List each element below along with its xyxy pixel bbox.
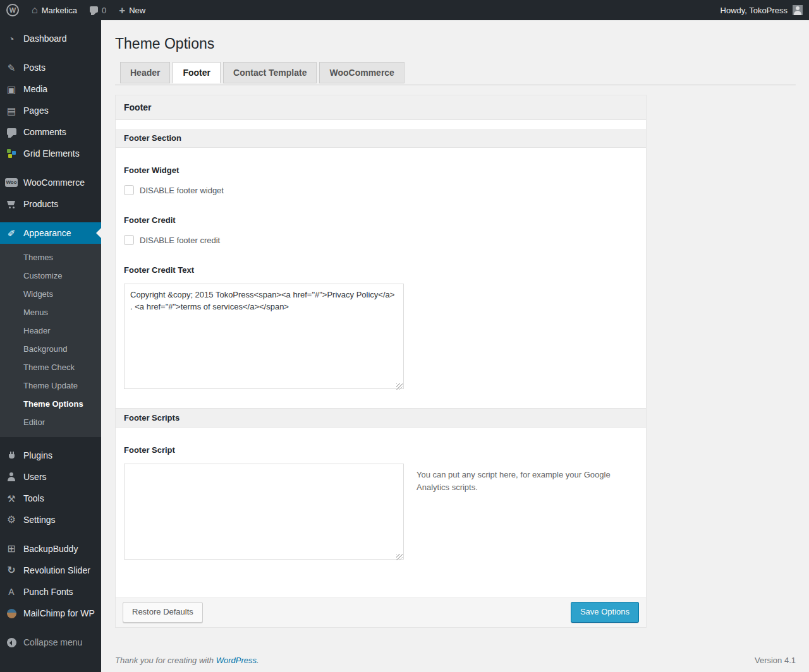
comments-bubble-icon — [7, 128, 16, 135]
comment-bubble-icon — [90, 6, 98, 13]
panel-footer-bar: Restore Defaults Save Options — [116, 597, 646, 627]
new-content-menu[interactable]: New — [113, 0, 152, 20]
tab-bar: HeaderFooterContact TemplateWooCommerce — [115, 62, 796, 85]
sidebar-item-label: WooCommerce — [23, 177, 85, 188]
menu-separator — [0, 49, 101, 57]
submenu-item-header[interactable]: Header — [0, 321, 101, 340]
panel-spacer — [116, 120, 646, 129]
page-title: Theme Options — [115, 35, 796, 53]
sidebar-item-woocommerce[interactable]: Woo WooCommerce — [0, 172, 101, 193]
footer-widget-checkbox-row[interactable]: DISABLE footer widget — [124, 185, 224, 195]
settings-sliders-icon — [5, 515, 18, 525]
sidebar-item-users[interactable]: Users — [0, 466, 101, 488]
tab-woocommerce[interactable]: WooCommerce — [319, 62, 404, 83]
sidebar-item-comments[interactable]: Comments — [0, 121, 101, 143]
footer-widget-label: Footer Widget — [124, 165, 638, 175]
footer-credit-checkbox-row[interactable]: DISABLE footer credit — [124, 235, 220, 245]
submenu-item-theme-options[interactable]: Theme Options — [0, 395, 101, 413]
submenu-item-editor[interactable]: Editor — [0, 413, 101, 431]
footer-section-body: Footer Widget DISABLE footer widget Foot… — [116, 165, 646, 408]
page-footer: Thank you for creating with WordPress. V… — [115, 656, 796, 665]
group-header-footer: Footer — [116, 95, 646, 120]
sidebar-item-backupbuddy[interactable]: BackupBuddy — [0, 538, 101, 560]
sidebar-item-label: Settings — [23, 515, 56, 525]
footer-credit-textarea-wrap: Copyright &copy; 2015 TokoPress<span><a … — [124, 284, 404, 392]
home-icon — [32, 5, 38, 15]
sidebar-item-label: Revolution Slider — [23, 565, 90, 575]
theme-options-panel: Footer Footer Section Footer Widget DISA… — [115, 95, 647, 628]
user-icon — [6, 472, 16, 481]
save-options-button[interactable]: Save Options — [571, 602, 639, 623]
section-spacer — [124, 392, 638, 408]
wordpress-logo-icon: W — [6, 4, 19, 16]
tab-header[interactable]: Header — [120, 62, 170, 83]
sidebar-item-label: Dashboard — [23, 33, 67, 44]
comments-menu[interactable]: 0 — [83, 0, 113, 20]
site-name-menu[interactable]: Marketica — [25, 0, 83, 20]
footer-script-help-text: You can put any script here, for example… — [417, 469, 612, 494]
thanks-period: . — [257, 656, 259, 665]
sidebar-item-mailchimp[interactable]: MailChimp for WP — [0, 603, 101, 624]
sidebar-item-posts[interactable]: Posts — [0, 57, 101, 78]
tab-footer[interactable]: Footer — [173, 62, 221, 83]
comment-count: 0 — [102, 6, 106, 15]
letter-a-icon — [5, 587, 18, 596]
sidebar-item-tools[interactable]: Tools — [0, 488, 101, 509]
wordpress-link[interactable]: WordPress — [216, 656, 257, 665]
pages-icon — [5, 106, 18, 116]
submenu-item-theme-update[interactable]: Theme Update — [0, 376, 101, 395]
submenu-item-customize[interactable]: Customize — [0, 267, 101, 285]
footer-scripts-body: Footer Script You can put any script her… — [116, 445, 646, 597]
footer-credit-label: Footer Credit — [124, 215, 638, 225]
appearance-submenu: Themes Customize Widgets Menus Header Ba… — [0, 244, 101, 437]
tab-contact-template[interactable]: Contact Template — [223, 62, 317, 83]
submenu-item-theme-check[interactable]: Theme Check — [0, 358, 101, 376]
rotate-arrows-icon — [5, 565, 18, 575]
submenu-item-themes[interactable]: Themes — [0, 248, 101, 267]
footer-script-label: Footer Script — [124, 445, 638, 455]
sidebar-item-products[interactable]: Products — [0, 193, 101, 215]
mailchimp-monkey-icon — [7, 609, 16, 618]
footer-credit-checkbox[interactable] — [124, 235, 134, 245]
submenu-item-background[interactable]: Background — [0, 340, 101, 358]
sidebar-item-label: Collapse menu — [23, 637, 82, 647]
collapse-arrow-icon — [7, 638, 16, 647]
camera-icon — [5, 85, 18, 94]
sidebar-item-dashboard[interactable]: Dashboard — [0, 28, 101, 49]
submenu-item-widgets[interactable]: Widgets — [0, 285, 101, 303]
howdy-label: Howdy, TokoPress — [721, 6, 788, 15]
sidebar-item-label: Media — [23, 84, 47, 94]
menu-separator — [0, 215, 101, 222]
wp-logo-menu[interactable]: W — [0, 0, 25, 20]
admin-bar: W Marketica 0 New Howdy, TokoPress — [0, 0, 809, 20]
footer-widget-checkbox[interactable] — [124, 185, 134, 195]
version-text: Version 4.1 — [755, 656, 796, 665]
sidebar-item-media[interactable]: Media — [0, 78, 101, 100]
submenu-item-menus[interactable]: Menus — [0, 303, 101, 321]
sidebar-item-settings[interactable]: Settings — [0, 509, 101, 531]
account-menu[interactable]: Howdy, TokoPress — [714, 0, 809, 20]
restore-defaults-button[interactable]: Restore Defaults — [123, 602, 203, 623]
footer-script-row: You can put any script here, for example… — [124, 455, 638, 562]
backup-drive-icon — [5, 544, 18, 554]
menu-separator — [0, 164, 101, 172]
sidebar-item-plugins[interactable]: Plugins — [0, 445, 101, 466]
collapse-menu-button[interactable]: Collapse menu — [0, 632, 101, 653]
section-spacer — [124, 562, 638, 597]
wrench-icon — [5, 494, 18, 503]
sidebar-item-grid-elements[interactable]: Grid Elements — [0, 143, 101, 164]
sidebar-item-label: BackupBuddy — [23, 544, 78, 554]
sidebar-item-label: Plugins — [23, 450, 52, 460]
sidebar-item-label: Users — [23, 472, 47, 482]
menu-separator — [0, 531, 101, 538]
sidebar-item-punch-fonts[interactable]: Punch Fonts — [0, 581, 101, 603]
footer-credit-text-textarea[interactable]: Copyright &copy; 2015 TokoPress<span><a … — [124, 284, 404, 389]
sidebar-item-label: Products — [23, 199, 58, 209]
sidebar-item-revolution-slider[interactable]: Revolution Slider — [0, 560, 101, 581]
sidebar-item-label: Pages — [23, 105, 49, 116]
admin-menu: Dashboard Posts Media Pages Comments Gri… — [0, 20, 101, 672]
sidebar-item-appearance[interactable]: Appearance — [0, 222, 101, 244]
section-header-footer-scripts: Footer Scripts — [116, 408, 646, 428]
sidebar-item-pages[interactable]: Pages — [0, 100, 101, 121]
footer-script-textarea[interactable] — [124, 464, 404, 560]
